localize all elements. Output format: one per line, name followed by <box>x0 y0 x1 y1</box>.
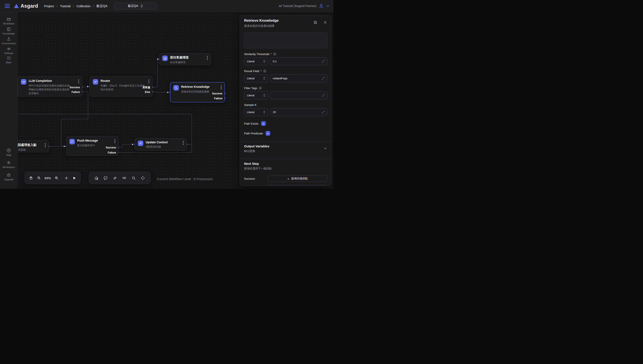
run-icon[interactable] <box>71 175 78 181</box>
expand-icon[interactable] <box>322 94 325 97</box>
sidebar-item-workspace[interactable]: Workspace <box>0 160 18 168</box>
type-dropdown-similarity-threshold[interactable]: Literal <box>244 58 268 65</box>
sidebar-item-knowledge[interactable]: Knowledge <box>0 27 18 35</box>
user-avatar-icon[interactable] <box>318 3 324 9</box>
type-dropdown-sample-k[interactable]: Literal <box>244 108 268 116</box>
add-scene-icon[interactable] <box>93 175 100 181</box>
node-description: 前往客服情境 <box>170 60 188 64</box>
port-failure[interactable]: Failure <box>72 90 80 94</box>
path-predicate-label: Path Predicate <box>244 132 263 135</box>
node-router[interactable]: Router 依據If、Else If、Else條件決定工作流程執行的路徑 是客… <box>90 76 152 97</box>
close-icon[interactable] <box>323 20 327 24</box>
port-success[interactable]: Success <box>70 86 80 89</box>
port-failure[interactable]: Failure <box>108 151 116 154</box>
brand-logo: Asgard <box>14 3 38 9</box>
sidebar-label: Environment <box>2 42 16 45</box>
zoom-in-icon[interactable] <box>53 175 60 181</box>
output-variables-subtitle: 輸出變量 <box>244 149 270 153</box>
router-icon[interactable] <box>112 175 118 181</box>
node-title: Retrieve Knowledge <box>181 85 210 88</box>
info-icon[interactable] <box>263 69 266 73</box>
node-description: 透過自然語言檢索知識庫 <box>181 90 210 94</box>
required-asterisk: * <box>260 70 262 73</box>
chevron-down-icon[interactable] <box>324 146 327 151</box>
expand-icon[interactable] <box>322 60 325 63</box>
workflow-selector-value: 飯店QA <box>128 4 138 8</box>
upload-icon <box>6 37 11 41</box>
zoom-out-icon[interactable] <box>36 175 42 181</box>
kebab-menu-icon[interactable] <box>182 140 184 148</box>
canvas-view-toolbar: 94% <box>24 172 81 184</box>
save-icon[interactable] <box>313 20 318 24</box>
node-error-entry[interactable]: 錯誤處理進入點 的起點 <box>18 140 49 152</box>
node-description: 的起點 <box>18 148 36 152</box>
value-input-sample-k[interactable]: 20 <box>270 108 327 116</box>
retrieve-knowledge-icon[interactable] <box>130 175 137 181</box>
port-failure[interactable]: Failure <box>214 97 222 100</box>
add-icon[interactable] <box>63 175 70 181</box>
expand-icon[interactable] <box>322 77 325 80</box>
sidebar-label: Workspace <box>2 166 15 168</box>
breadcrumb-tutorial[interactable]: Tutorial <box>60 4 70 8</box>
node-update-context[interactable]: Update Context 清除對話紀錄 <box>134 138 187 150</box>
account-name: AI Tutorial (Asgard Partner) <box>279 4 316 8</box>
kebab-menu-icon[interactable] <box>206 56 208 64</box>
sliders-icon <box>6 46 11 51</box>
info-icon[interactable] <box>258 86 262 90</box>
move-icon[interactable] <box>140 175 146 181</box>
node-push-message[interactable]: Push Message 表示流量控管中 Success Failure <box>66 136 118 156</box>
llm-icon[interactable] <box>121 175 127 181</box>
zoom-level[interactable]: 94% <box>44 176 52 180</box>
plus-icon: + <box>288 177 290 180</box>
pan-hand-icon[interactable] <box>28 175 34 181</box>
output-variables-section[interactable]: Output Variables 輸出變量 <box>244 144 327 153</box>
port-else[interactable]: Else <box>145 90 150 94</box>
node-title: Update Context <box>146 140 168 144</box>
node-go-customer-service[interactable]: 前往客服情境 前往客服情境 <box>159 53 211 65</box>
sidebar-item-apps[interactable]: Apps <box>0 56 18 64</box>
type-dropdown-result-field[interactable]: Literal <box>244 74 268 82</box>
value-input-similarity-threshold[interactable]: 0.1 <box>270 58 327 65</box>
add-path-predicate-button[interactable]: + <box>266 131 270 136</box>
sidebar-item-environment[interactable]: Environment <box>0 37 18 45</box>
sidebar-item-settings[interactable]: Settings <box>0 46 18 54</box>
kebab-menu-icon[interactable] <box>148 79 150 92</box>
port-success[interactable]: Success <box>106 146 116 149</box>
port-success[interactable]: Success <box>212 92 222 95</box>
updown-chevrons-icon <box>140 4 143 8</box>
panel-subtitle: 透過自然語言檢索知識庫 <box>244 24 279 28</box>
breadcrumb: Project/ Tutorial/ Collection/ 飯店QA <box>44 4 108 8</box>
info-icon[interactable] <box>273 52 276 56</box>
expand-icon[interactable] <box>322 110 325 114</box>
value-input-result-field[interactable]: relatedFaqs <box>270 74 327 82</box>
node-description: 呼叫大型語言模型並產生結構化的資料輸出以輔助流程的決策或生成自然語言輸出 <box>29 84 71 95</box>
account-chevron-down-icon[interactable] <box>326 4 330 8</box>
scene-home-plus-icon <box>162 56 168 61</box>
breadcrumb-collection[interactable]: Collection <box>76 4 90 8</box>
value-input-filter-tags[interactable] <box>270 92 327 99</box>
breadcrumb-project[interactable]: Project <box>44 4 54 8</box>
hamburger-menu-icon[interactable] <box>5 4 10 8</box>
required-asterisk: * <box>270 52 272 56</box>
query-field[interactable] <box>244 32 327 48</box>
toolbar-divider <box>62 175 62 181</box>
next-step-success-row: Success + 新增目標節點 <box>244 175 327 182</box>
add-target-node-success-button[interactable]: + 新增目標節點 <box>268 175 327 182</box>
updown-chevrons-icon <box>263 77 266 80</box>
sidebar-item-help[interactable]: Help <box>0 148 18 156</box>
sidebar-label: Apps <box>6 61 12 64</box>
sidebar-item-upgrade[interactable]: Upgrade <box>0 173 18 181</box>
gear-icon <box>6 160 11 165</box>
sidebar-item-workflows[interactable]: Workflows <box>0 17 18 25</box>
push-message-icon[interactable] <box>102 175 109 181</box>
type-dropdown-filter-tags[interactable]: Literal <box>244 92 268 99</box>
workflow-selector[interactable]: 飯店QA <box>114 2 157 10</box>
add-path-exists-button[interactable]: + <box>261 121 266 126</box>
chat-bubble-icon <box>69 139 75 144</box>
add-target-node-failure-button[interactable]: + 新增目標節點 <box>268 185 327 186</box>
breadcrumb-workflow[interactable]: 飯店QA <box>96 4 108 8</box>
node-retrieve-knowledge[interactable]: Retrieve Knowledge 透過自然語言檢索知識庫 Success F… <box>170 82 225 102</box>
kebab-menu-icon[interactable] <box>44 143 46 152</box>
port-is-cs[interactable]: 是客服 <box>142 86 150 89</box>
node-llm-completion[interactable]: LLM Completion 呼叫大型語言模型並產生結構化的資料輸出以輔助流程的… <box>18 76 82 97</box>
